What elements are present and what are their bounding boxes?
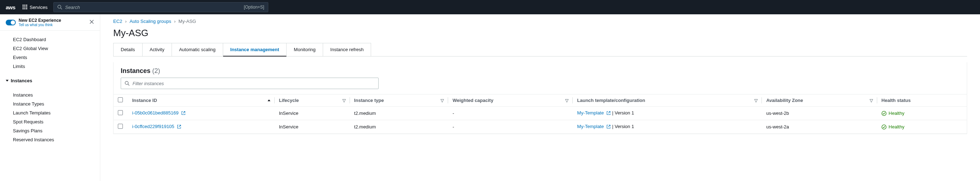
top-nav: aws Services [Option+S]: [0, 0, 980, 14]
col-az[interactable]: Availability Zone▽: [762, 94, 877, 106]
grid-icon: [22, 5, 27, 10]
tab-instance-refresh[interactable]: Instance refresh: [323, 43, 371, 56]
svg-point-20: [882, 124, 886, 129]
chevron-right-icon: ›: [174, 19, 175, 24]
external-link-icon[interactable]: [181, 111, 186, 116]
global-search[interactable]: [Option+S]: [53, 2, 268, 12]
lifecycle-value: InService: [275, 120, 350, 134]
search-input[interactable]: [65, 5, 244, 10]
external-link-icon[interactable]: [177, 124, 181, 130]
breadcrumb: EC2 › Auto Scaling groups › My-ASG: [113, 19, 967, 24]
instances-table: Instance ID Lifecycle▽ Instance type▽ We…: [113, 94, 967, 133]
col-instance-type[interactable]: Instance type▽: [350, 94, 449, 106]
template-version: | Version 1: [612, 110, 634, 116]
svg-rect-3: [22, 6, 24, 8]
svg-rect-6: [22, 8, 24, 9]
svg-rect-4: [24, 6, 25, 8]
sort-asc-icon: [267, 100, 270, 101]
col-launch-template[interactable]: Launch template/configuration▽: [573, 94, 762, 106]
toggle-feedback-link[interactable]: Tell us what you think: [19, 23, 61, 27]
section-header-label: Instances: [11, 78, 32, 83]
sidebar-section-instances[interactable]: Instances: [0, 75, 100, 86]
col-checkbox: [113, 94, 128, 106]
sidebar-item-reserved-instances[interactable]: Reserved Instances: [0, 135, 100, 144]
weighted-value: -: [448, 120, 573, 134]
col-weighted[interactable]: Weighted capacity▽: [448, 94, 573, 106]
svg-rect-8: [26, 8, 27, 9]
page-title: My-ASG: [113, 27, 967, 39]
close-icon[interactable]: [89, 19, 94, 25]
breadcrumb-ec2[interactable]: EC2: [113, 19, 122, 24]
type-value: t2.medium: [350, 120, 449, 134]
row-checkbox[interactable]: [118, 110, 123, 115]
breadcrumb-asg[interactable]: Auto Scaling groups: [130, 19, 171, 24]
type-value: t2.medium: [350, 106, 449, 120]
sidebar-item-dashboard[interactable]: EC2 Dashboard: [0, 35, 100, 44]
external-link-icon[interactable]: [606, 111, 611, 116]
panel-count: (2): [152, 67, 160, 75]
tabs: Details Activity Automatic scaling Insta…: [113, 43, 967, 57]
toggle-title: New EC2 Experience: [19, 18, 61, 23]
check-circle-icon: [881, 111, 886, 116]
sidebar-item-launch-templates[interactable]: Launch Templates: [0, 108, 100, 117]
sort-icon: ▽: [565, 98, 568, 103]
col-lifecycle[interactable]: Lifecycle▽: [275, 94, 350, 106]
main-content: EC2 › Auto Scaling groups › My-ASG My-AS…: [100, 14, 980, 181]
svg-line-16: [609, 111, 610, 113]
svg-rect-0: [22, 5, 24, 6]
instance-id-link[interactable]: i-05b0c061bed885169: [132, 110, 178, 116]
tab-instance-management[interactable]: Instance management: [223, 43, 287, 57]
search-icon: [57, 5, 62, 10]
row-checkbox[interactable]: [118, 124, 123, 129]
weighted-value: -: [448, 106, 573, 120]
tab-details[interactable]: Details: [113, 43, 143, 56]
svg-rect-7: [24, 8, 25, 9]
search-icon: [125, 81, 130, 86]
sidebar-item-global-view[interactable]: EC2 Global View: [0, 44, 100, 53]
svg-line-18: [179, 125, 181, 127]
services-label: Services: [30, 5, 48, 10]
aws-logo[interactable]: aws: [6, 4, 15, 10]
template-link[interactable]: My-Template: [577, 124, 603, 129]
sidebar-item-limits[interactable]: Limits: [0, 62, 100, 71]
health-status: Healthy: [881, 111, 963, 116]
tab-monitoring[interactable]: Monitoring: [286, 43, 323, 56]
sort-icon: ▽: [754, 98, 757, 103]
health-status: Healthy: [881, 124, 963, 130]
table-row: i-05b0c061bed885169 InService t2.medium …: [113, 106, 967, 120]
az-value: us-west-2b: [762, 106, 877, 120]
svg-rect-1: [24, 5, 25, 6]
tab-activity[interactable]: Activity: [143, 43, 172, 56]
chevron-right-icon: ›: [125, 19, 126, 24]
svg-line-19: [609, 125, 610, 127]
toggle-switch[interactable]: [6, 20, 16, 25]
sort-icon: ▽: [870, 98, 873, 103]
services-button[interactable]: Services: [22, 5, 48, 10]
breadcrumb-current: My-ASG: [178, 19, 196, 24]
new-experience-toggle: New EC2 Experience Tell us what you thin…: [0, 14, 100, 31]
select-all-checkbox[interactable]: [118, 97, 123, 102]
filter-input[interactable]: [132, 81, 375, 86]
col-health[interactable]: Health status: [877, 94, 967, 106]
svg-line-15: [183, 111, 185, 113]
instance-id-link[interactable]: i-0cffced229f919105: [132, 124, 175, 129]
sidebar-item-savings-plans[interactable]: Savings Plans: [0, 126, 100, 135]
svg-point-13: [125, 81, 128, 84]
panel-title: Instances: [121, 67, 150, 75]
sidebar: New EC2 Experience Tell us what you thin…: [0, 14, 100, 181]
filter-instances[interactable]: [121, 78, 379, 89]
tab-automatic-scaling[interactable]: Automatic scaling: [172, 43, 223, 56]
sidebar-item-spot-requests[interactable]: Spot Requests: [0, 117, 100, 126]
panel-header: Instances (2): [113, 62, 967, 78]
col-instance-id[interactable]: Instance ID: [128, 94, 275, 106]
sidebar-item-instance-types[interactable]: Instance Types: [0, 100, 100, 108]
svg-point-17: [882, 111, 886, 115]
caret-down-icon: [6, 80, 9, 81]
external-link-icon[interactable]: [606, 124, 611, 130]
search-hint: [Option+S]: [244, 5, 264, 10]
az-value: us-west-2a: [762, 120, 877, 134]
check-circle-icon: [881, 124, 886, 130]
template-link[interactable]: My-Template: [577, 110, 603, 116]
sidebar-item-events[interactable]: Events: [0, 53, 100, 62]
sidebar-item-instances[interactable]: Instances: [0, 90, 100, 100]
